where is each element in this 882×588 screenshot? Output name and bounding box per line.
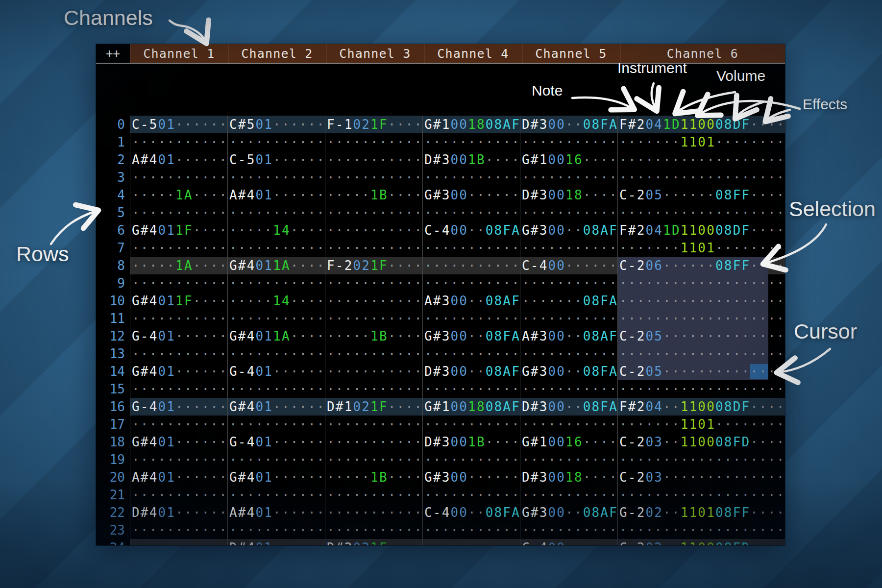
pattern-cell[interactable]: ··················· (617, 380, 785, 398)
pattern-cell[interactable]: ··········· (130, 451, 227, 468)
pattern-cell[interactable]: ··········· (422, 133, 520, 151)
row-number[interactable]: 4 (96, 186, 130, 204)
pattern-cell[interactable]: G#300··08AF (520, 221, 617, 239)
pattern-cell[interactable]: G-401······ (227, 363, 325, 380)
pattern-cell[interactable]: ··········· (130, 345, 227, 363)
row-number[interactable]: 17 (96, 416, 130, 433)
pattern-cell[interactable]: A#300··08AF (422, 292, 520, 310)
pattern-cell[interactable]: ··········· (520, 133, 617, 151)
pattern-cell[interactable]: ··········· (422, 274, 520, 292)
pattern-cell[interactable]: ··········· (325, 169, 422, 186)
pattern-cell[interactable]: ·······1101········ (617, 416, 785, 433)
pattern-cell[interactable]: G#4011A···· (227, 257, 325, 274)
pattern-cell[interactable]: ·····14···· (227, 292, 325, 310)
pattern-cell[interactable]: G#4011F···· (130, 221, 227, 239)
pattern-cell[interactable]: ··········· (227, 486, 325, 504)
row-number[interactable]: 3 (96, 169, 130, 186)
pattern-cell[interactable]: ·······1101········ (617, 133, 785, 151)
pattern-cell[interactable]: D#3001B···· (422, 433, 520, 451)
pattern-cell[interactable]: ··········· (422, 380, 520, 398)
pattern-cell[interactable]: G#300······ (422, 468, 520, 486)
pattern-cell[interactable]: ··········· (325, 521, 422, 539)
pattern-cell[interactable]: ··········· (422, 204, 520, 221)
pattern-cell[interactable]: C-205·············· (617, 363, 785, 380)
row-number[interactable]: 21 (96, 486, 130, 504)
pattern-cell[interactable]: G#401······ (130, 433, 227, 451)
pattern-cell[interactable]: ·····14···· (227, 221, 325, 239)
pattern-cell[interactable]: ··········· (520, 486, 617, 504)
row-number[interactable]: 5 (96, 204, 130, 221)
row-number[interactable]: 24 (96, 539, 130, 545)
pattern-cell[interactable]: ··········· (520, 239, 617, 257)
pattern-cell[interactable]: ··········· (325, 380, 422, 398)
pattern-cell[interactable]: ··········· (422, 257, 520, 274)
pattern-cell[interactable]: A#401······ (130, 468, 227, 486)
pattern-cell[interactable]: ··················· (617, 521, 785, 539)
pattern-cell[interactable]: ·····1A···· (130, 257, 227, 274)
pattern-cell[interactable]: ··········· (227, 133, 325, 151)
pattern-cell[interactable]: ··········· (130, 416, 227, 433)
pattern-cell[interactable]: ··················· (617, 451, 785, 468)
pattern-cell[interactable]: ··········· (520, 345, 617, 363)
pattern-corner-cell[interactable]: ++ (96, 44, 130, 63)
row-number[interactable]: 7 (96, 239, 130, 257)
pattern-cell[interactable]: ··········· (520, 204, 617, 221)
row-number[interactable]: 10 (96, 292, 130, 310)
row-number[interactable]: 23 (96, 521, 130, 539)
pattern-cell[interactable]: D#2021F···· (325, 539, 422, 545)
row-number[interactable]: 11 (96, 310, 130, 327)
pattern-cell[interactable]: G#300··08FA (520, 363, 617, 380)
row-number[interactable]: 18 (96, 433, 130, 451)
row-number[interactable]: 19 (96, 451, 130, 468)
pattern-cell[interactable]: ·····1B···· (325, 327, 422, 345)
pattern-cell[interactable]: ··········· (130, 133, 227, 151)
pattern-cell[interactable]: C-400··08FA (422, 504, 520, 521)
pattern-cell[interactable]: ··················· (617, 310, 785, 327)
pattern-cell[interactable]: ··········· (422, 169, 520, 186)
pattern-cell[interactable]: ··········· (130, 486, 227, 504)
pattern-cell[interactable]: ··········· (325, 221, 422, 239)
channel-header-4[interactable]: Channel 4 (424, 44, 522, 63)
pattern-cell[interactable]: ··········· (325, 416, 422, 433)
pattern-cell[interactable]: ··········· (422, 451, 520, 468)
pattern-cell[interactable]: G#4011A···· (227, 327, 325, 345)
pattern-cell[interactable]: ··········· (130, 274, 227, 292)
pattern-cell[interactable]: ··········· (130, 310, 227, 327)
pattern-cell[interactable]: ··········· (422, 310, 520, 327)
pattern-cell[interactable]: C-302··110008FD···· (617, 539, 785, 545)
pattern-cell[interactable]: ··················· (617, 151, 785, 169)
pattern-cell[interactable]: ··················· (617, 292, 785, 310)
pattern-cell[interactable]: D#300··08FA (520, 116, 617, 133)
pattern-cell[interactable]: G-202··110108FF···· (617, 504, 785, 521)
pattern-cell[interactable]: ··········· (130, 539, 227, 545)
pattern-cell[interactable]: ··········· (227, 521, 325, 539)
pattern-cell[interactable]: ··········· (227, 345, 325, 363)
pattern-cell[interactable]: C#501······ (227, 116, 325, 133)
pattern-cell[interactable]: C-203·············· (617, 468, 785, 486)
row-number[interactable]: 9 (96, 274, 130, 292)
pattern-cell[interactable]: C-206······08FF···· (617, 257, 785, 274)
pattern-cell[interactable]: ··········· (130, 204, 227, 221)
pattern-cell[interactable]: C-205······08FF···· (617, 186, 785, 204)
pattern-cell[interactable]: D#300··08FA (520, 398, 617, 416)
edit-cursor[interactable]: ·· (750, 364, 768, 379)
pattern-cell[interactable]: G#10016···· (520, 151, 617, 169)
pattern-cell[interactable]: C-203··110008FD···· (617, 433, 785, 451)
pattern-cell[interactable]: D#401······ (130, 504, 227, 521)
pattern-cell[interactable]: A#401······ (227, 504, 325, 521)
row-number[interactable]: 0 (96, 116, 130, 133)
pattern-cell[interactable]: ·······08FA (520, 292, 617, 310)
channel-header-3[interactable]: Channel 3 (326, 44, 424, 63)
pattern-cell[interactable]: A#300··08AF (520, 327, 617, 345)
pattern-cell[interactable]: ··················· (617, 169, 785, 186)
pattern-cell[interactable]: ··········· (325, 451, 422, 468)
pattern-cell[interactable]: G#1001808AF (422, 398, 520, 416)
channel-header-1[interactable]: Channel 1 (130, 44, 228, 63)
pattern-cell[interactable]: A#401······ (227, 186, 325, 204)
pattern-cell[interactable]: ··········· (227, 310, 325, 327)
pattern-cell[interactable]: ··········· (227, 169, 325, 186)
pattern-cell[interactable]: ··················· (617, 204, 785, 221)
pattern-cell[interactable]: G#300··08FA (422, 327, 520, 345)
pattern-cell[interactable]: C-205·············· (617, 327, 785, 345)
pattern-cell[interactable]: ··········· (325, 504, 422, 521)
